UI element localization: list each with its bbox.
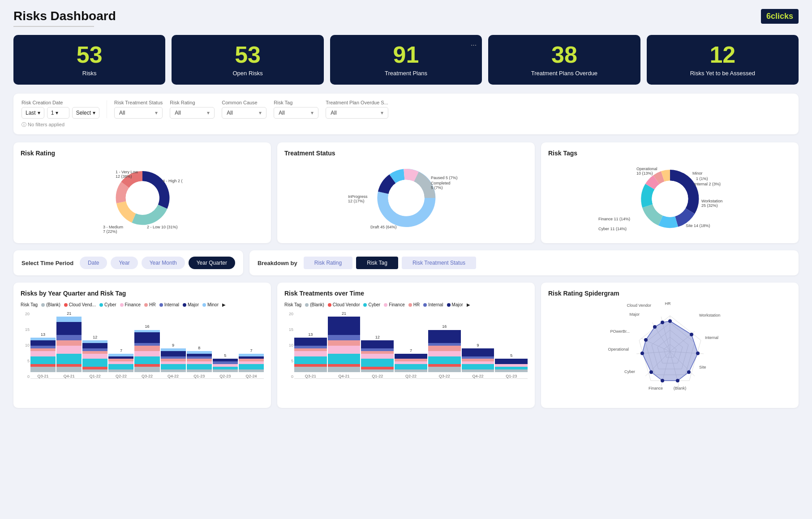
svg-text:12 (38%): 12 (38%) [116, 174, 132, 179]
legend-color-cloud [64, 303, 68, 307]
bar-chart-left-card: Risks by Year Quarter and Risk Tag Risk … [13, 283, 271, 408]
legend-right-major: Major [447, 302, 463, 307]
legend-text-right-internal: Internal [428, 302, 443, 307]
svg-text:Finance: Finance [648, 386, 662, 390]
kpi-open-risks-label: Open Risks [180, 70, 314, 77]
chevron-down-icon: ▾ [38, 110, 40, 116]
legend-text-right-hr: HR [413, 302, 420, 307]
legend-label: Risk Tag [21, 302, 38, 307]
legend-text-internal: Internal [164, 302, 179, 307]
svg-text:1 - Very Low: 1 - Very Low [116, 170, 138, 174]
svg-text:Completed: Completed [431, 181, 451, 185]
period-btn-date[interactable]: Date [80, 257, 107, 269]
filter-label-risk-tag: Risk Tag [274, 100, 318, 105]
period-btn-year-quarter[interactable]: Year Quarter [189, 257, 235, 269]
svg-text:4 - High 2 (6%): 4 - High 2 (6%) [163, 179, 183, 183]
risk-tags-chart: Risk Tags [541, 142, 799, 243]
svg-point-46 [676, 379, 679, 382]
legend-text-finance: Finance [125, 302, 141, 307]
kpi-treatment-plans-number: 91 [339, 43, 473, 66]
legend-internal: Internal [159, 302, 179, 307]
svg-text:25 (32%): 25 (32%) [701, 203, 718, 208]
legend-text-right-cloud: Cloud Vendor [333, 302, 360, 307]
time-period-panel: Select Time Period Date Year Year Month … [13, 250, 243, 275]
legend-text-blank: (Blank) [46, 302, 60, 307]
filter-number-dropdown[interactable]: 1 ▾ [47, 107, 69, 119]
filter-risk-tag-select[interactable]: All ▾ [274, 107, 318, 119]
time-period-label: Select Time Period [21, 260, 73, 266]
svg-text:InProgress: InProgress [348, 194, 368, 199]
svg-text:Major: Major [629, 312, 640, 317]
filter-treatment-status-select[interactable]: All ▾ [114, 107, 163, 119]
svg-point-7 [388, 180, 424, 216]
filter-label-treatment-status: Risk Treatment Status [114, 100, 163, 105]
spider-chart-svg: HR Workstation Internal Site (Blank) Fin… [607, 298, 733, 405]
filter-risk-rating-select[interactable]: All ▾ [170, 107, 215, 119]
chevron-down-icon: ▾ [93, 110, 95, 116]
breakdown-btn-risk-tag[interactable]: Risk Tag [356, 257, 398, 269]
legend-color-right-hr [408, 303, 412, 307]
risk-tags-title: Risk Tags [548, 150, 791, 157]
filter-number-value: 1 [51, 110, 54, 116]
filter-label-risk-rating: Risk Rating [170, 100, 215, 105]
filter-treatment-status-value: All [119, 110, 125, 116]
legend-more-icon[interactable]: ▶ [222, 302, 226, 307]
legend-text-minor: Minor [207, 302, 219, 307]
filters-row: Risk Creation Date Last ▾ 1 ▾ Select ▾ [21, 100, 791, 119]
legend-finance: Finance [120, 302, 141, 307]
svg-text:Workstation: Workstation [701, 199, 722, 203]
svg-text:Site 14 (18%): Site 14 (18%) [686, 223, 710, 228]
svg-text:Site: Site [699, 365, 706, 369]
legend-text-hr: HR [149, 302, 155, 307]
svg-point-48 [649, 370, 653, 374]
breakdown-btn-risk-rating[interactable]: Risk Rating [304, 257, 352, 269]
period-btn-year-month[interactable]: Year Month [142, 257, 185, 269]
legend-text-right-blank: (Blank) [310, 302, 324, 307]
filter-common-cause-select[interactable]: All ▾ [222, 107, 266, 119]
risk-rating-donut-svg: 4 - High 2 (6%) 1 - Very Low 12 (38%) 3 … [102, 162, 183, 234]
legend-color-right-cyber [363, 303, 367, 307]
kpi-risks-assessed-label: Risks Yet to be Assessed [656, 70, 790, 77]
legend-right-blank: (Blank) [305, 302, 324, 307]
legend-color-right-finance [384, 303, 387, 307]
svg-text:1 (1%): 1 (1%) [696, 176, 708, 181]
svg-text:Finance 11 (14%): Finance 11 (14%) [598, 217, 630, 221]
bar-chart-right-card: Risk Treatments over Time Risk Tag (Blan… [277, 283, 535, 408]
legend-more-icon-right[interactable]: ▶ [467, 302, 470, 307]
filters-panel: Risk Creation Date Last ▾ 1 ▾ Select ▾ [13, 94, 799, 134]
bar-chart-left-visual: 2015105013Q3-2121Q4-2112Q1-227Q2-2216Q3-… [21, 312, 264, 379]
filter-common-cause: Common Cause All ▾ [222, 100, 266, 119]
legend-color-minor [202, 303, 206, 307]
svg-text:2 - Low 10 (31%): 2 - Low 10 (31%) [147, 225, 178, 229]
bar-chart-right-legend: Risk Tag (Blank) Cloud Vendor Cyber Fina… [284, 302, 528, 307]
bar-chart-right-visual: 2015105013Q3-2121Q4-2112Q1-227Q2-2216Q3-… [284, 312, 528, 379]
filter-treatment-overdue-select[interactable]: All ▾ [326, 107, 388, 119]
svg-point-51 [653, 325, 657, 329]
chevron-down-icon: ▾ [259, 110, 262, 116]
filter-last-dropdown[interactable]: Last ▾ [21, 107, 44, 119]
filter-risk-tag: Risk Tag All ▾ [274, 100, 318, 119]
spider-chart-container: HR Workstation Internal Site (Blank) Fin… [548, 302, 791, 401]
filter-risk-rating: Risk Rating All ▾ [170, 100, 215, 119]
filter-risk-rating-value: All [175, 110, 180, 116]
header: Risks Dashboard 6clicks [13, 9, 799, 27]
period-btn-year[interactable]: Year [111, 257, 137, 269]
filter-label-treatment-overdue: Treatment Plan Overdue S... [326, 100, 388, 105]
svg-point-52 [661, 321, 664, 324]
no-filters-text: No filters applied [28, 122, 64, 127]
svg-point-44 [696, 352, 700, 355]
filter-risk-creation-date: Risk Creation Date Last ▾ 1 ▾ Select ▾ [21, 100, 99, 119]
filter-treatment-status: Risk Treatment Status All ▾ [114, 100, 163, 119]
legend-text-cyber: Cyber [104, 302, 116, 307]
kpi-more-dots[interactable]: ... [471, 39, 477, 47]
chevron-down-icon: ▾ [155, 110, 158, 116]
legend-text-right-cyber: Cyber [368, 302, 380, 307]
legend-major: Major [183, 302, 199, 307]
svg-text:Operational: Operational [636, 167, 657, 171]
svg-text:POwerBr...: POwerBr... [610, 329, 630, 334]
kpi-row: 53 Risks 53 Open Risks ... 91 Treatment … [13, 35, 799, 85]
filter-select-dropdown[interactable]: Select ▾ [72, 107, 99, 119]
treatment-status-donut-svg: Paused 5 (7%) Completed 5 (7%) InProgres… [344, 162, 469, 234]
svg-text:Workstation: Workstation [699, 313, 720, 317]
breakdown-btn-treatment-status[interactable]: Risk Treatment Status [402, 257, 476, 269]
